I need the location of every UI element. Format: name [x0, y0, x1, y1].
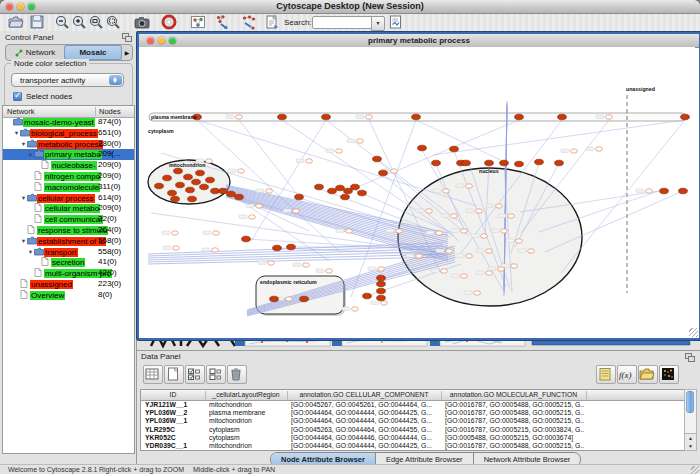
tree-row[interactable]: mosaic-demo-yeast874(0)	[3, 117, 134, 128]
scrollbar-thumb[interactable]	[686, 391, 694, 413]
graph-node[interactable]	[336, 149, 343, 153]
graph-node[interactable]	[681, 114, 690, 120]
node-color-dropdown[interactable]: transporter activity	[11, 73, 124, 87]
network-merge-icon[interactable]	[215, 14, 232, 30]
tree-row[interactable]: ▼cellular process614(0)	[3, 193, 134, 204]
disclosure-triangle-icon[interactable]: ▼	[27, 247, 34, 258]
tab-overflow-arrow[interactable]: ▶	[122, 45, 132, 60]
table-scrollbar[interactable]: ▲▼	[684, 389, 697, 451]
tree-row[interactable]: nucleobase-209(0)	[3, 160, 134, 171]
graph-node[interactable]	[555, 160, 564, 166]
network-compare-icon[interactable]	[241, 14, 258, 30]
new-attribute-icon[interactable]	[164, 365, 184, 384]
graph-node[interactable]	[326, 269, 333, 273]
graph-node[interactable]	[256, 204, 263, 208]
graph-node[interactable]	[188, 196, 197, 202]
vizmapper-icon[interactable]	[190, 14, 207, 30]
nucleus-region[interactable]	[398, 168, 582, 306]
graph-node[interactable]	[498, 267, 505, 271]
search-input[interactable]	[312, 16, 372, 29]
scrollbar-arrows[interactable]: ▲▼	[685, 433, 696, 450]
select-attributes-icon[interactable]	[185, 365, 205, 384]
float-panel-icon[interactable]	[685, 353, 694, 361]
graph-node[interactable]	[426, 209, 433, 213]
snapshot-icon[interactable]	[134, 14, 151, 30]
graph-node[interactable]	[358, 190, 367, 196]
table-row[interactable]: YDR039C__1mitochondrion[GO:0044464, GO:0…	[141, 442, 686, 450]
disclosure-triangle-icon[interactable]: ▼	[20, 193, 27, 204]
graph-node[interactable]	[377, 281, 386, 287]
zoom-fit-icon[interactable]	[105, 14, 122, 30]
table-row[interactable]: YLR295Ccytoplasm[GO:0045263, GO:0044464,…	[141, 426, 686, 434]
graph-node[interactable]	[171, 196, 180, 202]
table-column-header[interactable]: ID	[141, 391, 206, 400]
graph-node[interactable]	[186, 187, 195, 193]
search-dropdown-button[interactable]: ▾	[371, 16, 385, 31]
graph-node[interactable]	[679, 188, 688, 194]
graph-node[interactable]	[486, 271, 493, 275]
graph-node[interactable]	[515, 114, 524, 120]
graph-node[interactable]	[268, 261, 275, 265]
graph-node[interactable]	[515, 161, 524, 167]
window-titlebar[interactable]: Cytoscape Desktop (New Session)	[0, 0, 700, 14]
unselect-attributes-icon[interactable]	[206, 365, 226, 384]
graph-node[interactable]	[412, 114, 421, 120]
graph-node[interactable]	[306, 159, 313, 163]
graph-node[interactable]	[213, 231, 220, 235]
graph-node[interactable]	[535, 159, 544, 165]
graph-node[interactable]	[660, 188, 669, 194]
table-column-header[interactable]: annotation.GO CELLULAR_COMPONENT	[287, 391, 442, 400]
window-resize-grip[interactable]	[691, 466, 699, 474]
tree-row[interactable]: Overview8(0)	[3, 290, 134, 301]
tree-column-network[interactable]: Network	[7, 107, 35, 116]
network-resize-grip[interactable]	[689, 328, 698, 337]
zoom-out-icon[interactable]	[54, 14, 71, 30]
disclosure-triangle-icon[interactable]: ▼	[27, 150, 34, 161]
graph-node[interactable]	[606, 115, 613, 119]
table-row[interactable]: YPL036W__2plasma membrane[GO:0044464, GO…	[141, 409, 686, 417]
graph-node[interactable]	[462, 160, 471, 166]
graph-node[interactable]	[173, 246, 180, 250]
graph-node[interactable]	[485, 160, 494, 166]
graph-node[interactable]	[571, 149, 578, 153]
graph-node[interactable]	[436, 231, 443, 235]
graph-node[interactable]	[378, 267, 385, 271]
graph-node[interactable]	[266, 189, 273, 193]
graph-node[interactable]	[236, 115, 243, 119]
graph-node[interactable]	[508, 214, 515, 218]
graph-node[interactable]	[466, 184, 473, 188]
table-row[interactable]: YPL036W__1mitochondrion[GO:0044464, GO:0…	[141, 417, 686, 425]
disclosure-triangle-icon[interactable]: ▼	[20, 139, 27, 150]
graph-node[interactable]	[344, 188, 353, 194]
attribute-table-header[interactable]: ID_cellularLayoutRegionannotation.GO CEL…	[141, 390, 686, 401]
graph-node[interactable]	[366, 115, 373, 119]
function-icon[interactable]: f(x)	[617, 365, 637, 384]
tree-row[interactable]: multi-organism pro42(0)	[3, 268, 134, 279]
graph-node[interactable]	[176, 182, 185, 188]
graph-node[interactable]	[432, 160, 441, 166]
notes-icon[interactable]	[596, 365, 616, 384]
table-icon[interactable]	[143, 365, 163, 384]
graph-node[interactable]	[212, 248, 219, 252]
graph-node[interactable]	[391, 169, 398, 173]
graph-node[interactable]	[206, 159, 213, 163]
disclosure-triangle-icon[interactable]: ▼	[20, 236, 27, 247]
graph-node[interactable]	[451, 214, 458, 218]
graph-node[interactable]	[486, 249, 493, 253]
save-icon[interactable]	[29, 14, 46, 30]
graph-node[interactable]	[443, 189, 450, 193]
graph-node[interactable]	[596, 147, 603, 151]
matrix-icon[interactable]	[659, 365, 679, 384]
tree-row[interactable]: ▼transport558(0)	[3, 247, 134, 258]
graph-node[interactable]	[174, 168, 183, 174]
graph-node[interactable]	[300, 296, 309, 302]
network-canvas[interactable]: plasma membranecytoplasmmitochondrionnuc…	[139, 47, 695, 334]
annotation-icon[interactable]	[264, 14, 281, 30]
tree-row[interactable]: nitrogen compo209(0)	[3, 171, 134, 182]
graph-node[interactable]	[328, 188, 337, 194]
graph-node[interactable]	[351, 184, 360, 190]
graph-node[interactable]	[206, 177, 215, 183]
tab-network[interactable]: Network	[6, 45, 64, 60]
graph-node[interactable]	[373, 156, 382, 162]
graph-node[interactable]	[377, 295, 386, 301]
